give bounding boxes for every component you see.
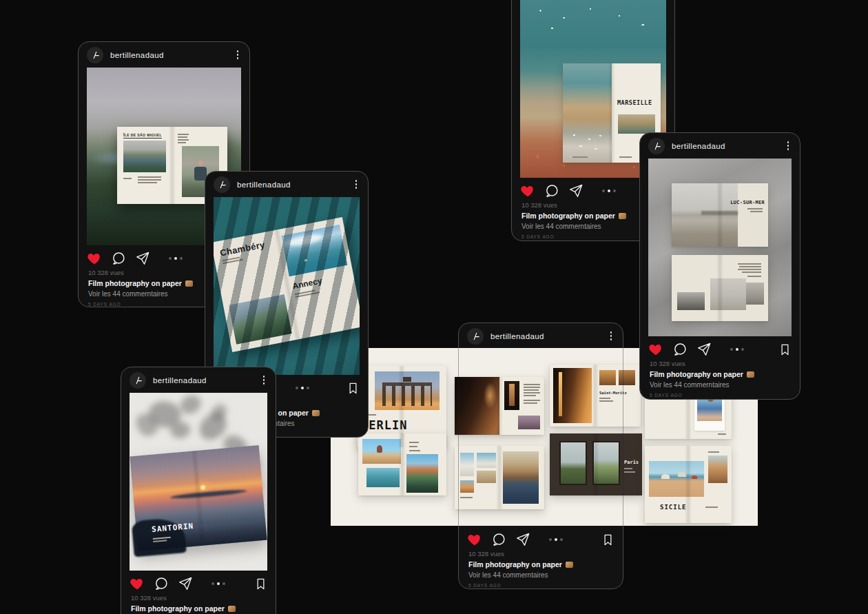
- share-icon[interactable]: [135, 251, 150, 266]
- book-title-sicile: SICILE: [660, 504, 687, 511]
- views-count[interactable]: 10 328 vues: [650, 360, 792, 367]
- cliff-line: [701, 211, 738, 215]
- post-image-santorin[interactable]: SANTORIN: [130, 393, 267, 571]
- username[interactable]: bertillenadaud: [153, 376, 254, 385]
- carousel-dots[interactable]: [730, 348, 744, 351]
- caption: Film photography on paper: [650, 370, 792, 378]
- photo-beach-umbrellas: [649, 461, 704, 497]
- instagram-post-santorin: bertillenadaud SANTORIN: [121, 367, 276, 614]
- brand-logo-icon: [652, 141, 661, 151]
- collage-stage: bertillenadaud MARSEILLE 10 328: [0, 0, 868, 614]
- caption-line: [624, 471, 635, 473]
- username[interactable]: bertillenadaud: [672, 142, 778, 150]
- sun: [200, 484, 206, 491]
- photo-warm-interior: [553, 368, 592, 423]
- caption-line: [138, 182, 157, 183]
- photo-stone-path: [477, 471, 496, 483]
- post-image-chambery-annecy[interactable]: Chambéry Annecy: [214, 197, 360, 375]
- photo-cliff-path: [708, 456, 727, 483]
- text-line: [178, 139, 189, 141]
- avatar[interactable]: [467, 328, 484, 345]
- view-comments-link[interactable]: Voir les 44 commerntaires: [650, 381, 792, 389]
- carousel-dots[interactable]: [296, 387, 309, 389]
- notebook-emoji: [185, 280, 193, 287]
- username[interactable]: bertillenadaud: [237, 181, 346, 189]
- text-line: [524, 387, 540, 388]
- caption-line: [572, 156, 588, 158]
- heart-icon[interactable]: [130, 576, 145, 591]
- comment-icon[interactable]: [544, 183, 559, 198]
- share-icon[interactable]: [178, 576, 193, 591]
- share-icon[interactable]: [696, 342, 712, 357]
- view-comments-link[interactable]: Voir les 44 commerntaires: [468, 571, 614, 579]
- bookmark-icon[interactable]: [254, 577, 267, 591]
- text-line: [524, 395, 536, 396]
- post-meta: 10 328 vues Film photography on paper Vo…: [131, 594, 267, 614]
- kebab-menu-icon[interactable]: [234, 48, 242, 62]
- post-image-luc-sur-mer[interactable]: LUC-SUR-MER: [648, 158, 792, 336]
- username[interactable]: bertillenadaud: [490, 332, 601, 340]
- list-line: [409, 450, 420, 451]
- photo-white-buildings-tall: [460, 453, 474, 476]
- photo-brandenburg-gate: [375, 371, 440, 410]
- spread-paris: Paris: [550, 433, 642, 495]
- avatar[interactable]: [214, 176, 230, 193]
- caption: Film photography on paper: [468, 560, 614, 569]
- text-line: [738, 269, 761, 270]
- notebook-emoji: [747, 371, 754, 378]
- views-count[interactable]: 10 328 vues: [468, 550, 614, 557]
- post-header: bertillenadaud: [205, 172, 368, 197]
- share-icon[interactable]: [568, 183, 583, 198]
- photo-warm-small-1: [599, 370, 616, 385]
- kebab-menu-icon[interactable]: [260, 373, 268, 387]
- photo-person-dark-room: [455, 377, 499, 435]
- list-line: [409, 446, 417, 447]
- username[interactable]: bertillenadaud: [110, 51, 227, 59]
- caption-line: [750, 211, 763, 212]
- leaf-shadow: [169, 420, 192, 440]
- gate-lintel: [382, 382, 431, 386]
- heart-icon[interactable]: [467, 532, 482, 547]
- share-icon[interactable]: [515, 532, 530, 547]
- bookmark-icon[interactable]: [347, 381, 360, 396]
- action-bar: [130, 575, 267, 593]
- kebab-menu-icon[interactable]: [353, 177, 360, 192]
- photo-window-view-2: [592, 441, 620, 485]
- heart-icon[interactable]: [87, 251, 102, 266]
- card-frame-line-right: [623, 348, 623, 526]
- gate-quadriga: [403, 377, 411, 382]
- avatar[interactable]: [648, 138, 665, 154]
- heart-icon[interactable]: [648, 342, 663, 357]
- photo-small-landscape: [518, 416, 540, 429]
- heart-icon[interactable]: [520, 183, 535, 198]
- avatar[interactable]: [87, 47, 103, 63]
- comment-icon[interactable]: [154, 576, 169, 591]
- comment-icon[interactable]: [491, 532, 506, 547]
- post-header: bertillenadaud: [640, 133, 800, 158]
- bookmark-icon[interactable]: [778, 342, 792, 357]
- bookmark-icon[interactable]: [601, 533, 614, 547]
- notebook-emoji: [619, 213, 626, 219]
- photo-fort: [618, 114, 655, 134]
- umbrella-1: [661, 474, 670, 479]
- book-title-marseille: MARSEILLE: [617, 99, 652, 106]
- text-line: [178, 136, 187, 138]
- kebab-menu-icon[interactable]: [785, 139, 792, 153]
- photo-warm-small-2: [619, 370, 635, 385]
- kebab-menu-icon[interactable]: [608, 329, 615, 343]
- brand-logo-icon: [90, 50, 100, 60]
- views-count[interactable]: 10 328 vues: [131, 594, 267, 602]
- text-line: [524, 392, 540, 393]
- comment-icon[interactable]: [111, 251, 126, 266]
- caption-line: [599, 398, 610, 399]
- comment-icon[interactable]: [672, 342, 688, 357]
- text-line: [524, 384, 540, 385]
- carousel-dots[interactable]: [602, 190, 616, 192]
- carousel-dots[interactable]: [549, 538, 563, 541]
- caption-line: [619, 156, 632, 158]
- carousel-dots[interactable]: [169, 257, 183, 260]
- gate-columns: [382, 386, 431, 406]
- carousel-dots[interactable]: [211, 582, 225, 585]
- photo-window-view-1: [559, 441, 587, 485]
- avatar[interactable]: [130, 372, 146, 389]
